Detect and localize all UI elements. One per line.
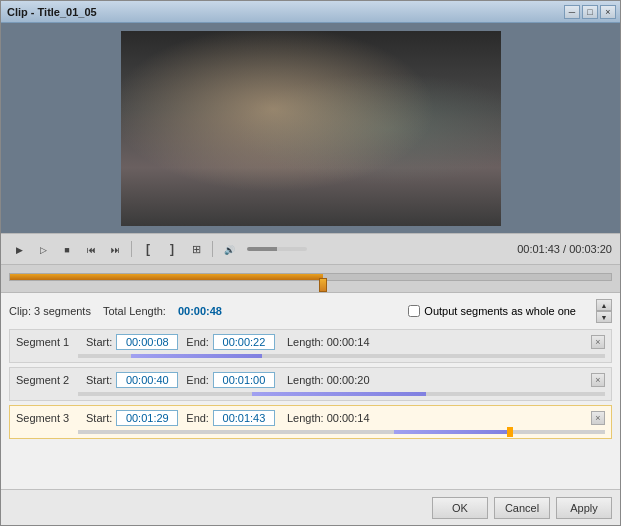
segment-3-end-input[interactable] <box>213 410 275 426</box>
segment-row-2: Segment 2 Start: End: Length: 00:00:20 × <box>9 367 612 401</box>
close-button[interactable]: × <box>600 5 616 19</box>
up-down-buttons: ▲ ▼ <box>596 299 612 323</box>
timeline-thumb[interactable] <box>319 278 327 292</box>
segment-1-timeline <box>78 354 605 358</box>
total-length-value: 00:00:48 <box>178 305 222 317</box>
move-down-button[interactable]: ▼ <box>596 311 612 323</box>
prev-icon <box>87 244 96 255</box>
segment-3-end-label: End: <box>186 412 209 424</box>
segment-3-close[interactable]: × <box>591 411 605 425</box>
play-icon <box>16 244 23 255</box>
controls-bar: 00:01:43 / 00:03:20 <box>1 233 620 265</box>
segment-2-length: Length: 00:00:20 <box>287 374 370 386</box>
timeline-bar[interactable] <box>1 265 620 293</box>
current-time: 00:01:43 <box>517 243 560 255</box>
next-button[interactable] <box>105 239 125 259</box>
segment-2-end-field: End: <box>186 372 275 388</box>
summary-row: Clip: 3 segments Total Length: 00:00:48 … <box>9 299 612 323</box>
minimize-button[interactable]: ─ <box>564 5 580 19</box>
next-icon <box>111 244 120 255</box>
segment-3-length: Length: 00:00:14 <box>287 412 370 424</box>
video-frame <box>121 31 501 226</box>
bottom-bar: OK Cancel Apply <box>1 489 620 525</box>
segment-2-label: Segment 2 <box>16 374 78 386</box>
segment-1-start-input[interactable] <box>116 334 178 350</box>
title-bar-buttons: ─ □ × <box>564 5 616 19</box>
segment-1-end-label: End: <box>186 336 209 348</box>
play2-icon <box>40 244 47 255</box>
segment-3-start-input[interactable] <box>116 410 178 426</box>
segment-3-label: Segment 3 <box>16 412 78 424</box>
separator-2 <box>212 241 213 257</box>
segment-1-close[interactable]: × <box>591 335 605 349</box>
grid-button[interactable] <box>186 239 206 259</box>
window-title: Clip - Title_01_05 <box>5 6 97 18</box>
segment-1-start-label: Start: <box>86 336 112 348</box>
mark-in-icon <box>146 242 150 256</box>
segment-1-label: Segment 1 <box>16 336 78 348</box>
segment-row-3: Segment 3 Start: End: Length: 00:00:14 × <box>9 405 612 439</box>
segment-3-end-field: End: <box>186 410 275 426</box>
stop-icon <box>64 244 69 255</box>
segment-1-length: Length: 00:00:14 <box>287 336 370 348</box>
time-separator: / <box>560 243 569 255</box>
segment-2-start-label: Start: <box>86 374 112 386</box>
segment-3-main: Segment 3 Start: End: Length: 00:00:14 × <box>16 410 605 426</box>
main-window: Clip - Title_01_05 ─ □ × <box>0 0 621 526</box>
segment-2-timeline <box>78 392 605 396</box>
segment-1-end-field: End: <box>186 334 275 350</box>
segment-2-progress <box>252 392 426 396</box>
apply-button[interactable]: Apply <box>556 497 612 519</box>
segment-2-close[interactable]: × <box>591 373 605 387</box>
segment-3-start-field: Start: <box>86 410 178 426</box>
grid-icon <box>192 243 201 256</box>
segment-2-start-field: Start: <box>86 372 178 388</box>
segment-3-progress <box>394 430 510 434</box>
segment-2-end-input[interactable] <box>213 372 275 388</box>
total-length-label: Total Length: <box>103 305 166 317</box>
output-whole-text: Output segments as whole one <box>424 305 576 317</box>
segment-3-start-label: Start: <box>86 412 112 424</box>
volume-button[interactable] <box>219 239 239 259</box>
segment-1-main: Segment 1 Start: End: Length: 00:00:14 × <box>16 334 605 350</box>
stop-button[interactable] <box>57 239 77 259</box>
play-alt-button[interactable] <box>33 239 53 259</box>
mark-out-button[interactable] <box>162 239 182 259</box>
segment-1-start-field: Start: <box>86 334 178 350</box>
mark-in-button[interactable] <box>138 239 158 259</box>
timeline-track[interactable] <box>9 273 612 281</box>
ok-button[interactable]: OK <box>432 497 488 519</box>
segment-3-timeline <box>78 430 605 434</box>
segment-2-main: Segment 2 Start: End: Length: 00:00:20 × <box>16 372 605 388</box>
segment-1-end-input[interactable] <box>213 334 275 350</box>
volume-slider[interactable] <box>247 247 307 251</box>
output-whole-label: Output segments as whole one <box>408 305 576 317</box>
clip-segments-label: Clip: 3 segments <box>9 305 91 317</box>
total-time: 00:03:20 <box>569 243 612 255</box>
cancel-button[interactable]: Cancel <box>494 497 550 519</box>
prev-button[interactable] <box>81 239 101 259</box>
segment-1-progress <box>131 354 263 358</box>
segment-row-1: Segment 1 Start: End: Length: 00:00:14 × <box>9 329 612 363</box>
play-button[interactable] <box>9 239 29 259</box>
segment-2-start-input[interactable] <box>116 372 178 388</box>
title-bar: Clip - Title_01_05 ─ □ × <box>1 1 620 23</box>
mark-out-icon <box>170 242 174 256</box>
volume-icon <box>224 244 235 255</box>
timeline-progress <box>10 274 323 280</box>
maximize-button[interactable]: □ <box>582 5 598 19</box>
segment-2-end-label: End: <box>186 374 209 386</box>
move-up-button[interactable]: ▲ <box>596 299 612 311</box>
time-display: 00:01:43 / 00:03:20 <box>517 243 612 255</box>
video-area <box>1 23 620 233</box>
output-whole-checkbox[interactable] <box>408 305 420 317</box>
segment-3-thumb <box>507 427 513 437</box>
segments-area: Clip: 3 segments Total Length: 00:00:48 … <box>1 293 620 489</box>
separator-1 <box>131 241 132 257</box>
